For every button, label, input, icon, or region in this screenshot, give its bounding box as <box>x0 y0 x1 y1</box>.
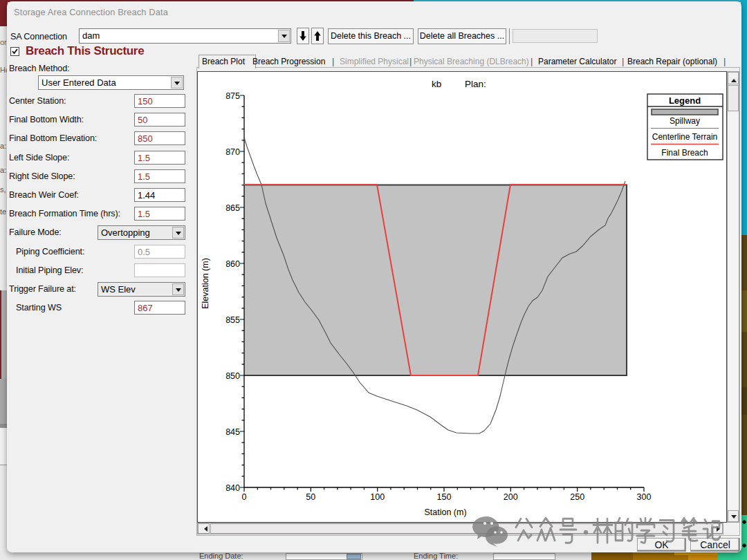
svg-text:870: 870 <box>225 147 240 157</box>
svg-text:855: 855 <box>225 315 240 325</box>
svg-text:875: 875 <box>225 91 240 101</box>
svg-text:kb: kb <box>432 79 441 89</box>
svg-text:250: 250 <box>570 492 584 502</box>
svg-text:Elevation (m): Elevation (m) <box>201 258 210 309</box>
svg-text:200: 200 <box>504 492 518 502</box>
svg-text:Station (m): Station (m) <box>424 507 466 517</box>
svg-text:865: 865 <box>225 203 240 213</box>
svg-text:Centerline Terrain: Centerline Terrain <box>652 132 718 142</box>
svg-text:100: 100 <box>370 492 385 502</box>
svg-text:0: 0 <box>242 492 247 502</box>
svg-text:850: 850 <box>225 371 240 381</box>
svg-text:50: 50 <box>306 492 315 502</box>
svg-text:150: 150 <box>437 492 452 502</box>
svg-text:Legend: Legend <box>669 95 701 106</box>
svg-text:840: 840 <box>225 483 240 493</box>
svg-text:860: 860 <box>225 259 240 269</box>
svg-text:Spillway: Spillway <box>670 116 700 126</box>
svg-text:300: 300 <box>637 492 652 502</box>
svg-text:Final Breach: Final Breach <box>661 148 708 158</box>
svg-text:Plan:: Plan: <box>465 79 486 89</box>
svg-text:845: 845 <box>225 427 240 437</box>
